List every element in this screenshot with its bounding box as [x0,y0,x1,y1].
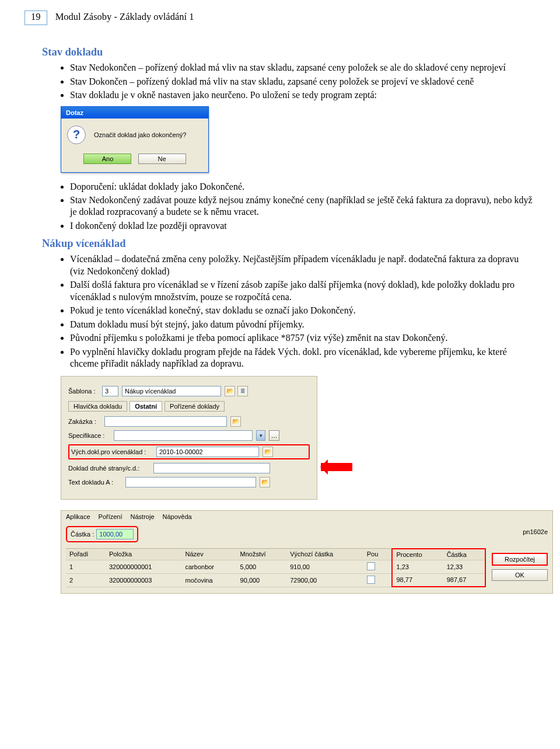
open-icon[interactable]: 📂 [262,447,273,457]
vychozi-label: Vých.dokl.pro vícenáklad : [71,448,153,455]
col-polozka: Položka [106,549,182,560]
specifikace-input[interactable] [114,430,253,441]
dialog-title: Dotaz [61,107,208,119]
specifikace-label: Specifikace : [68,432,110,439]
page-header: 19 Modul Zásoby - Základy ovládání 1 [24,11,536,25]
question-icon: ? [67,126,86,144]
confirm-dialog: Dotaz ? Označit doklad jako dokončený? A… [61,106,209,173]
col-nazev: Název [182,549,237,560]
section-nakup-vicenaklad-heading: Nákup vícenáklad [42,238,536,250]
cell-poradi: 2 [66,573,106,587]
bullet: Stav dokladu je v okně nastaven jako neu… [70,89,536,101]
castka-label: Částka : [71,531,94,538]
checkbox[interactable] [367,576,375,584]
page: 19 Modul Zásoby - Základy ovládání 1 Sta… [0,0,560,624]
cell-polozka: 320000000003 [106,573,182,587]
grid-body: Částka : Pořadí Položka Název Množství V… [61,522,552,594]
cell-poradi: 1 [66,560,106,573]
no-button[interactable]: Ne [138,154,186,164]
sablona-label: Šablona : [68,388,99,395]
sablona-name-input[interactable] [122,386,221,396]
cell-vychozi: 910,00 [286,560,363,573]
zakazka-input[interactable] [104,416,227,427]
sablona-value-input[interactable] [102,386,118,396]
col-mnozstvi: Množství [237,549,287,560]
sablona-tools: 📂 ≣ [225,386,248,396]
yes-button[interactable]: Ano [83,154,131,164]
zakazka-row: Zakázka : 📂 [68,416,310,427]
vychozi-input[interactable] [156,447,259,457]
bullet: Pokud je tento vícenáklad konečný, stav … [70,305,536,316]
open-icon[interactable]: 📂 [225,386,235,396]
list-icon[interactable]: ≣ [237,386,248,396]
cell-polozka: 320000000001 [106,560,182,573]
stav-dokladu-bullets-a: Stav Nedokončen – pořízený doklad má vli… [24,62,536,101]
bullet: Vícenáklad – dodatečná změna ceny položk… [70,253,536,277]
menu-nastroje[interactable]: Nástroje [131,513,155,520]
open-icon[interactable]: 📂 [260,477,270,487]
text-dokladu-input[interactable] [125,477,256,487]
rozpocitej-button[interactable]: Rozpočítej [492,553,548,566]
dialog-message-row: ? Označit doklad jako dokončený? [67,126,202,144]
zakazka-label: Zakázka : [68,418,101,425]
specifikace-row: Specifikace : ▾ … [68,430,310,441]
cell-nazev: carbonbor [182,560,237,573]
vychozi-dokl-row-highlight: Vých.dokl.pro vícenáklad : 📂 [68,444,310,459]
cell-procento: 98,77 [392,573,443,587]
ellipsis-button[interactable]: … [269,430,279,441]
col-procento: Procento [392,549,443,560]
bullet: Původní příjemku s položkami je třeba po… [70,332,536,344]
table-row[interactable]: 1 320000000001 carbonbor 5,000 910,00 1,… [66,560,485,573]
dialog-body: ? Označit doklad jako dokončený? Ano Ne [61,119,208,172]
chevron-down-icon[interactable]: ▾ [256,430,265,441]
bullet: I dokončený doklad lze později opravovat [70,220,536,232]
doklad-druhe-row: Doklad druhé strany/c.d.: [68,463,310,473]
bullet: Doporučení: ukládat doklady jako Dokonče… [70,181,536,193]
page-number: 19 [31,11,41,22]
bullet: Stav Nedokončen – pořízený doklad má vli… [70,62,536,74]
doklad-druhe-label: Doklad druhé strany/c.d.: [68,465,150,472]
dialog-message: Označit doklad jako dokončený? [94,131,186,138]
tab-porizene[interactable]: Pořízené doklady [164,401,225,412]
tab-ostatni[interactable]: Ostatní [130,401,162,412]
nakup-bullets: Vícenáklad – dodatečná změna ceny položk… [24,253,536,370]
castka-input[interactable] [96,529,134,539]
col-castka: Částka [443,549,485,560]
cell-vychozi: 72900,00 [286,573,363,587]
bullet: Stav Nedokončený zadávat pouze když nejs… [70,194,536,218]
cell-pou [363,560,393,573]
text-dokladu-label: Text dokladu A : [68,479,122,486]
checkbox[interactable] [367,562,375,570]
grid-screenshot: Aplikace Pořízení Nástroje Nápověda Část… [61,510,553,594]
cell-mnozstvi: 90,000 [237,573,287,587]
col-poradi: Pořadí [66,549,106,560]
cell-nazev: močovina [182,573,237,587]
bullet: Další došlá faktura pro vícenáklad se v … [70,279,536,303]
menu-napoveda[interactable]: Nápověda [163,513,192,520]
sablona-row: Šablona : 📂 ≣ [68,386,310,396]
doc-title: Modul Zásoby - Základy ovládání 1 [55,11,194,22]
arrow-left-icon [321,463,352,471]
ok-button[interactable]: OK [492,569,548,581]
tabs: Hlavička dokladu Ostatní Pořízené doklad… [68,401,310,412]
form-screenshot: Šablona : 📂 ≣ Hlavička dokladu Ostatní P… [61,376,352,500]
dialog-buttons: Ano Ne [67,154,202,166]
page-number-box: 19 [24,11,47,25]
panel-code: pn1602e [492,528,548,535]
cell-pou [363,573,393,587]
section-stav-dokladu-heading: Stav dokladu [42,46,536,58]
table-row[interactable]: 2 320000000003 močovina 90,000 72900,00 … [66,573,485,587]
menu-bar: Aplikace Pořízení Nástroje Nápověda [61,511,552,522]
grid-right: pn1602e Rozpočítej OK [492,526,548,584]
grid-left: Částka : Pořadí Položka Název Množství V… [66,526,486,588]
doklad-druhe-input[interactable] [153,463,270,473]
tab-hlavicka[interactable]: Hlavička dokladu [68,401,127,412]
open-icon[interactable]: 📂 [230,416,241,427]
table-header-row: Pořadí Položka Název Množství Výchozí čá… [66,549,485,560]
items-table: Pořadí Položka Název Množství Výchozí čá… [66,548,486,588]
cell-castka: 12,33 [443,560,485,573]
form-panel: Šablona : 📂 ≣ Hlavička dokladu Ostatní P… [61,376,317,500]
bullet: Stav Dokončen – pořízený doklad má vliv … [70,76,536,88]
menu-aplikace[interactable]: Aplikace [66,513,90,520]
menu-porizeni[interactable]: Pořízení [99,513,123,520]
